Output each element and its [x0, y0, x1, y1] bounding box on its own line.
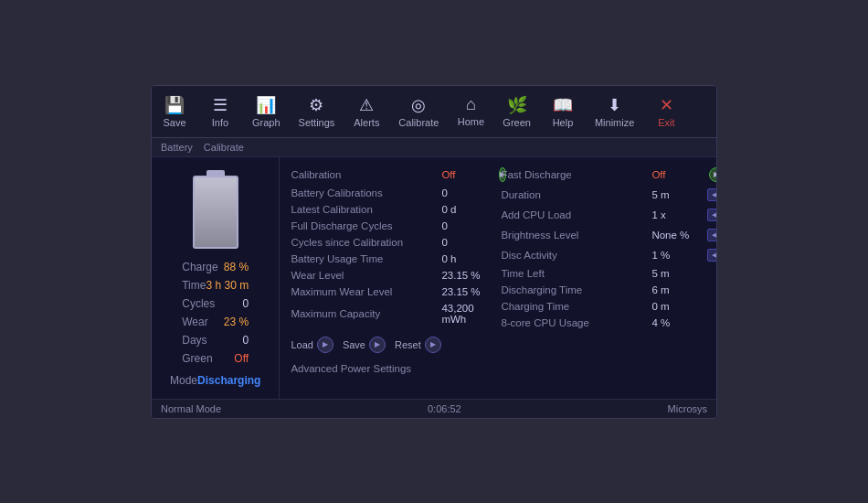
status-mode: Normal Mode — [161, 403, 221, 414]
label: Cycles since Calibration — [291, 237, 441, 248]
info-row-charge: Charge88 % — [173, 258, 258, 276]
status-bar: Normal Mode 0:06:52 Microsys — [152, 399, 716, 418]
left-row-wear-level: Wear Level23.15 % — [291, 267, 501, 284]
toolbar-item-minimize[interactable]: ⬇Minimize — [586, 91, 643, 132]
label: Discharging Time — [501, 284, 651, 295]
app-window: 💾Save☰Info📊Graph⚙Settings⚠Alerts◎Calibra… — [151, 85, 717, 419]
left-panel: Charge88 %Time3 h 30 mCycles0Wear23 %Day… — [152, 157, 280, 399]
right-row-brightness-level: Brightness LevelNone %◀▶ — [501, 225, 717, 245]
arrow-left-duration[interactable]: ◀ — [707, 188, 717, 201]
right-row-discharging-time: Discharging Time6 m — [501, 282, 717, 298]
value: 5 m — [651, 189, 706, 200]
toolbar-item-settings[interactable]: ⚙Settings — [290, 91, 344, 132]
ctrl-play-icon-reset: ▶ — [425, 337, 441, 353]
value: 1 % — [651, 250, 706, 261]
value: 4 % — [651, 317, 706, 328]
toolbar-label-minimize: Minimize — [595, 117, 634, 128]
toolbar-label-alerts: Alerts — [354, 117, 379, 128]
value: 1 x — [651, 209, 706, 220]
label-cycles: Cycles — [182, 297, 215, 310]
toolbar-item-home[interactable]: ⌂Home — [448, 91, 493, 131]
battery-top — [206, 170, 225, 176]
toolbar-label-info: Info — [212, 117, 228, 128]
advanced-label: Advanced Power Settings — [291, 363, 717, 374]
info-row-green: GreenOff — [173, 349, 258, 368]
value: 43,200 mWh — [441, 303, 501, 325]
toolbar-label-graph: Graph — [252, 117, 281, 128]
toolbar-label-settings: Settings — [299, 117, 335, 128]
info-row-time: Time3 h 30 m — [173, 276, 258, 294]
save-icon: 💾 — [164, 95, 185, 115]
left-row-latest-calibration: Latest Calibration0 d — [291, 201, 501, 218]
label: Maximum Wear Level — [291, 286, 441, 297]
toolbar-item-graph[interactable]: 📊Graph — [243, 91, 290, 132]
battery-icon — [193, 176, 238, 249]
label: Maximum Capacity — [291, 308, 441, 319]
info-row-wear: Wear23 % — [173, 313, 258, 331]
value: 23.15 % — [441, 270, 496, 281]
ctrl-save-btn[interactable]: Save▶ — [343, 337, 386, 353]
toolbar-item-alerts[interactable]: ⚠Alerts — [344, 91, 389, 132]
green-icon: 🌿 — [507, 95, 527, 115]
value-green: Off — [234, 352, 249, 365]
right-row-add-cpu-load: Add CPU Load1 x◀▶ — [501, 205, 717, 225]
left-row-full-discharge-cycles: Full Discharge Cycles0 — [291, 218, 501, 234]
toolbar-item-exit[interactable]: ✕Exit — [643, 91, 689, 132]
toolbar-item-info[interactable]: ☰Info — [197, 91, 243, 132]
value: 0 — [441, 237, 496, 248]
settings-icon: ⚙ — [309, 95, 323, 115]
toolbar-item-green[interactable]: 🌿Green — [493, 91, 540, 132]
toolbar-label-home: Home — [458, 116, 484, 127]
label: Brightness Level — [501, 230, 651, 241]
breadcrumb-battery: Battery — [161, 142, 193, 153]
toolbar-item-save[interactable]: 💾Save — [152, 91, 197, 132]
value: Off — [441, 169, 496, 180]
value-cycles: 0 — [242, 297, 249, 310]
info-row-days: Days0 — [173, 331, 258, 349]
right-row-time-left: Time Left5 m — [501, 265, 717, 282]
value: Off — [651, 169, 706, 180]
label-wear: Wear — [182, 316, 207, 328]
left-row-maximum-wear-level: Maximum Wear Level23.15 % — [291, 284, 501, 300]
advanced-row: Advanced Power Settings ▶ — [291, 359, 717, 379]
content-area: Charge88 %Time3 h 30 mCycles0Wear23 %Day… — [152, 157, 716, 399]
breadcrumb: Battery Calibrate — [152, 138, 716, 157]
play-btn-r-fast-discharge[interactable]: ▶ — [709, 167, 717, 182]
status-company: Microsys — [668, 403, 707, 414]
value: 0 d — [441, 204, 496, 215]
left-row-calibration: CalibrationOff▶ — [291, 165, 501, 185]
label: Time Left — [501, 268, 651, 279]
right-row-charging-time: Charging Time0 m — [501, 298, 717, 315]
label: Calibration — [291, 169, 441, 180]
label: Full Discharge Cycles — [291, 220, 441, 231]
right-row-duration: Duration5 m◀▶ — [501, 185, 717, 205]
home-icon: ⌂ — [466, 95, 476, 114]
ctrl-label-reset: Reset — [395, 339, 421, 350]
arrow-left-brightness-level[interactable]: ◀ — [707, 229, 717, 241]
toolbar-item-calibrate[interactable]: ◎Calibrate — [389, 91, 448, 132]
value: 0 m — [651, 301, 706, 312]
breadcrumb-calibrate: Calibrate — [204, 142, 244, 153]
label: Battery Calibrations — [291, 187, 441, 198]
label: Fast Discharge — [501, 169, 651, 180]
right-row-fast-discharge: Fast DischargeOff▶ — [501, 165, 717, 185]
ctrl-reset-btn[interactable]: Reset▶ — [395, 337, 441, 353]
left-row-battery-usage-time: Battery Usage Time0 h — [291, 251, 501, 267]
info-row-cycles: Cycles0 — [173, 294, 258, 313]
label-days: Days — [182, 334, 206, 347]
label-green: Green — [182, 352, 212, 365]
toolbar-label-help: Help — [553, 117, 574, 128]
label: Battery Usage Time — [291, 253, 441, 264]
toolbar-item-help[interactable]: 📖Help — [540, 91, 586, 132]
right-row-8-core-cpu-usage: 8-core CPU Usage4 % — [501, 315, 717, 331]
toolbar-label-green: Green — [503, 117, 531, 128]
arrow-left-add-cpu-load[interactable]: ◀ — [707, 209, 717, 221]
value-time: 3 h 30 m — [206, 279, 249, 292]
label: Duration — [501, 189, 651, 200]
left-row-battery-calibrations: Battery Calibrations0 — [291, 185, 501, 201]
value: 0 h — [441, 253, 496, 264]
right-panel: CalibrationOff▶Battery Calibrations0Late… — [280, 157, 717, 399]
ctrl-load-btn[interactable]: Load▶ — [291, 337, 333, 353]
arrow-left-disc-activity[interactable]: ◀ — [707, 249, 717, 262]
left-row-maximum-capacity: Maximum Capacity43,200 mWh — [291, 300, 501, 327]
